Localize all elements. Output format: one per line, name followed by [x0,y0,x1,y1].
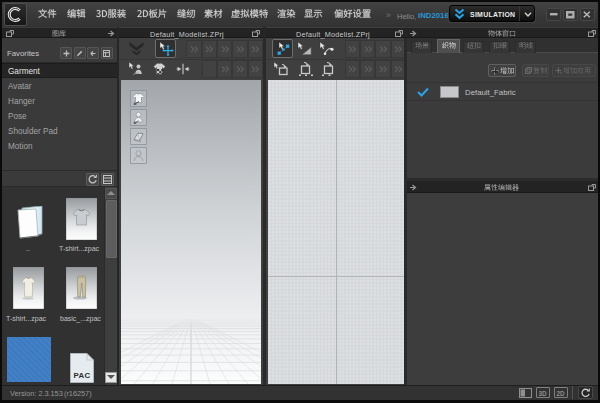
svg-text:PAC: PAC [74,371,91,380]
